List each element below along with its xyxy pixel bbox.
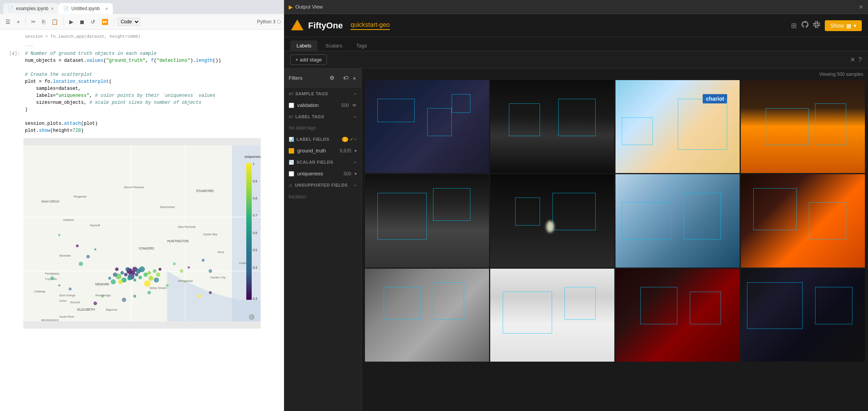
label-tags-collapse[interactable]: −: [354, 114, 357, 120]
sample-tags-collapse[interactable]: −: [354, 91, 357, 97]
prior-cell-content: session = fo.launch_app(dataset, height=…: [23, 33, 284, 40]
grid-item-1[interactable]: [365, 80, 489, 173]
browser-tabs: 📄 examples.ipynb ✕ 📄 Untitled.ipynb ✕: [0, 0, 284, 14]
cell-type-select[interactable]: Code: [117, 17, 140, 26]
svg-rect-84: [246, 163, 252, 299]
svg-point-94: [249, 314, 255, 320]
grid-item-10[interactable]: [490, 269, 614, 362]
scalar-fields-section[interactable]: 📉 SCALAR FIELDS −: [284, 156, 361, 168]
svg-text:STAMFORD: STAMFORD: [196, 189, 214, 192]
uniqueness-expand-icon[interactable]: ▾: [354, 171, 357, 177]
svg-point-42: [121, 271, 124, 275]
sample-tags-section[interactable]: 🏷 SAMPLE TAGS −: [284, 87, 361, 100]
add-stage-button[interactable]: + add stage: [290, 54, 327, 65]
grid-item-6[interactable]: [490, 174, 614, 267]
cell-4: [4]: # Number of ground truth objects in…: [0, 49, 284, 135]
ground-truth-field-row: ground_truth 9,835 ▾: [284, 145, 361, 156]
label-tags-section[interactable]: 🏷 LABEL TAGS −: [284, 110, 361, 123]
uniqueness-count: 500: [344, 171, 351, 177]
code-line-9: ): [23, 106, 284, 113]
ground-truth-expand-icon[interactable]: ▾: [354, 148, 357, 154]
svg-text:Union: Union: [59, 299, 67, 302]
label-fields-icon: 📊: [289, 137, 294, 142]
tab-scalars[interactable]: Scalars: [319, 40, 348, 51]
tab-tags[interactable]: Tags: [350, 40, 373, 51]
scalar-fields-collapse[interactable]: −: [354, 159, 357, 165]
svg-point-75: [133, 295, 136, 297]
svg-text:Eastchester: Eastchester: [160, 205, 175, 209]
tab-labels[interactable]: Labels: [290, 40, 317, 51]
filter-collapse-icon[interactable]: ▲: [352, 75, 357, 80]
tab-untitled[interactable]: 📄 Untitled.ipynb ✕: [58, 3, 113, 14]
toolbar-menu-btn[interactable]: ☰: [3, 17, 13, 26]
grid-item-9[interactable]: [365, 269, 489, 362]
toolbar-forward-btn[interactable]: ⏩: [99, 17, 110, 26]
grid-item-12[interactable]: [741, 269, 865, 362]
svg-point-81: [68, 287, 71, 290]
grid-item-2[interactable]: [490, 80, 614, 173]
validation-checkbox[interactable]: [289, 103, 294, 108]
det-box-9-2: [433, 282, 464, 320]
tab-close-2[interactable]: ✕: [105, 7, 108, 11]
toolbar-run-btn[interactable]: ▶: [67, 17, 76, 26]
toolbar-restart-btn[interactable]: ↺: [88, 17, 98, 26]
github-icon[interactable]: [801, 21, 808, 30]
pipeline-help-icon[interactable]: ?: [858, 56, 862, 63]
fo-app-title: FiftyOne: [308, 21, 343, 31]
grid-item-4[interactable]: [741, 80, 865, 173]
toolbar-sep-1: [25, 18, 26, 26]
map-svg: West Milford Ringwood Mount Pleasant STA…: [23, 138, 261, 329]
svg-point-63: [86, 255, 90, 258]
map-container[interactable]: West Milford Ringwood Mount Pleasant STA…: [23, 138, 261, 329]
grid-item-5[interactable]: [365, 174, 489, 267]
tab-close-1[interactable]: ✕: [51, 7, 54, 11]
filter-tag-icon[interactable]: 🏷: [340, 72, 352, 84]
grid-icon[interactable]: ⊞: [791, 21, 797, 30]
toolbar-add-btn[interactable]: +: [14, 17, 22, 26]
output-view-close[interactable]: ✕: [859, 4, 863, 10]
svg-point-83: [50, 276, 54, 280]
label-fields-collapse[interactable]: −: [354, 136, 357, 142]
label-tags-label: LABEL TAGS: [295, 114, 354, 119]
toolbar-cut-btn[interactable]: ✂: [29, 17, 38, 26]
grid-item-11[interactable]: [615, 269, 740, 362]
det-box-4-1: [766, 108, 809, 145]
svg-text:uniqueness: uniqueness: [244, 154, 261, 158]
tab-examples[interactable]: 📄 examples.ipynb ✕: [3, 3, 58, 14]
slack-icon[interactable]: [813, 21, 820, 30]
light-effect: [546, 221, 554, 233]
ground-truth-checkbox[interactable]: [289, 148, 294, 154]
cell-4-content[interactable]: # Number of ground truth objects in each…: [23, 50, 284, 134]
kernel-label: Python 3: [257, 19, 275, 24]
unsupported-fields-section[interactable]: ⚠ UNSUPPORTED FIELDS −: [284, 179, 361, 191]
filter-header[interactable]: Filters ⚙ 🏷 ▲: [284, 68, 361, 87]
grid-item-8[interactable]: [741, 174, 865, 267]
toolbar-stop-btn[interactable]: ◼: [77, 17, 87, 26]
svg-text:0.3: 0.3: [253, 296, 258, 300]
show-button[interactable]: Show ▦ ▾: [825, 20, 862, 31]
show-chevron-icon: ▾: [854, 23, 856, 29]
svg-text:0.5: 0.5: [253, 248, 258, 252]
det-box-5-1: [377, 193, 427, 240]
validation-eye-icon[interactable]: 👁: [352, 103, 357, 108]
fiftyone-panel: ▶ Output View ✕ FiftyOne quickstart-geo …: [284, 0, 868, 411]
grid-item-7[interactable]: [615, 174, 740, 267]
location-field: location: [284, 191, 361, 202]
toolbar-paste-btn[interactable]: 📋: [49, 17, 60, 26]
det-box-4-2: [815, 103, 846, 145]
tab-label-2: Untitled.ipynb: [71, 6, 100, 11]
uniqueness-field-row: uniqueness 500 ▾: [284, 168, 361, 179]
fo-tabs: Labels Scalars Tags: [284, 37, 868, 51]
toolbar-copy-btn[interactable]: ⎘: [40, 17, 47, 26]
dots-content: ...: [23, 42, 284, 49]
unsupported-fields-collapse[interactable]: −: [354, 182, 357, 188]
grid-item-3[interactable]: chariot: [615, 80, 740, 173]
svg-point-57: [111, 279, 116, 284]
pipeline-close-icon[interactable]: ✕: [850, 56, 855, 63]
uniqueness-checkbox[interactable]: [289, 171, 294, 177]
label-fields-badge: 1: [342, 137, 348, 142]
label-fields-section[interactable]: 📊 LABEL FIELDS 1 ✓ −: [284, 133, 361, 145]
fo-image-grid[interactable]: Viewing 500 samples chariot: [362, 68, 868, 411]
filter-settings-icon[interactable]: ⚙: [326, 72, 338, 84]
svg-text:Cataway: Cataway: [34, 290, 46, 293]
